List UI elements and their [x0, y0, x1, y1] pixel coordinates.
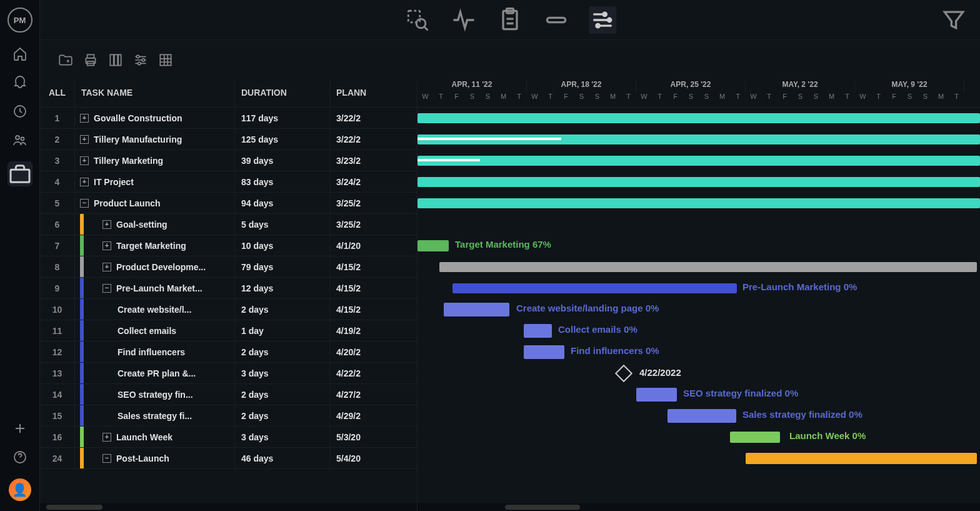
task-row[interactable]: 6+Goal-setting5 days3/25/2 — [40, 214, 417, 235]
expand-icon[interactable]: + — [80, 178, 89, 186]
duration-cell[interactable]: 2 days — [235, 384, 330, 405]
gantt-bar[interactable] — [439, 262, 977, 272]
planned-date-cell[interactable]: 5/3/20 — [330, 427, 417, 447]
collapse-icon[interactable]: − — [80, 199, 89, 208]
expand-icon[interactable]: + — [80, 114, 89, 123]
link-icon[interactable] — [542, 6, 570, 34]
task-row[interactable]: 8+Product Developme...79 days4/15/2 — [40, 256, 417, 278]
activity-icon[interactable] — [450, 6, 478, 34]
planned-date-cell[interactable]: 5/4/20 — [330, 448, 417, 468]
gantt-bar[interactable] — [452, 283, 737, 293]
task-row[interactable]: 15Sales strategy fi...2 days4/29/2 — [40, 405, 417, 427]
planned-date-cell[interactable]: 3/25/2 — [330, 193, 417, 213]
task-row[interactable]: 7+Target Marketing10 days4/1/20 — [40, 235, 417, 256]
task-name-cell[interactable]: Find influencers — [75, 342, 235, 362]
task-row[interactable]: 3+Tillery Marketing39 days3/23/2 — [40, 150, 417, 171]
app-logo[interactable]: PM — [8, 8, 32, 33]
gantt-scrollbar[interactable] — [418, 503, 980, 511]
task-name-cell[interactable]: +Target Marketing — [75, 235, 235, 256]
expand-icon[interactable]: + — [80, 135, 89, 144]
task-name-cell[interactable]: Collect emails — [75, 320, 235, 341]
gantt-bar[interactable] — [524, 324, 552, 338]
filter-icon[interactable] — [940, 6, 968, 34]
duration-cell[interactable]: 10 days — [235, 235, 330, 256]
task-name-cell[interactable]: +Govalle Construction — [75, 108, 235, 128]
gantt-bar[interactable] — [444, 303, 509, 316]
col-header-planned[interactable]: PLANN — [330, 80, 417, 107]
task-row[interactable]: 4+IT Project83 days3/24/2 — [40, 171, 417, 193]
task-name-cell[interactable]: −Product Launch — [75, 193, 235, 213]
planned-date-cell[interactable]: 4/22/2 — [330, 363, 417, 383]
task-name-cell[interactable]: Sales strategy fi... — [75, 405, 235, 426]
task-row[interactable]: 14SEO strategy fin...2 days4/27/2 — [40, 384, 417, 405]
expand-icon[interactable]: + — [102, 220, 111, 229]
task-name-cell[interactable]: Create website/l... — [75, 299, 235, 320]
planned-date-cell[interactable]: 3/24/2 — [330, 171, 417, 192]
duration-cell[interactable]: 83 days — [235, 171, 330, 192]
col-header-name[interactable]: TASK NAME — [75, 80, 235, 107]
duration-cell[interactable]: 39 days — [235, 150, 330, 171]
task-row[interactable]: 9−Pre-Launch Market...12 days4/15/2 — [40, 278, 417, 299]
grid-icon[interactable] — [158, 52, 174, 68]
planned-date-cell[interactable]: 4/15/2 — [330, 299, 417, 320]
task-name-cell[interactable]: Create PR plan &... — [75, 363, 235, 383]
gantt-bar[interactable] — [524, 345, 564, 359]
gantt-bar[interactable] — [418, 113, 980, 123]
folder-icon[interactable] — [58, 52, 74, 68]
task-name-cell[interactable]: +Goal-setting — [75, 214, 235, 235]
task-row[interactable]: 5−Product Launch94 days3/25/2 — [40, 193, 417, 214]
print-icon[interactable] — [82, 52, 99, 68]
duration-cell[interactable]: 125 days — [235, 129, 330, 149]
briefcase-icon[interactable] — [8, 161, 32, 186]
expand-icon[interactable]: + — [102, 433, 111, 442]
planned-date-cell[interactable]: 4/29/2 — [330, 405, 417, 426]
columns-icon[interactable] — [108, 52, 124, 68]
col-header-all[interactable]: ALL — [40, 80, 75, 107]
duration-cell[interactable]: 1 day — [235, 320, 330, 341]
task-name-cell[interactable]: +Launch Week — [75, 427, 235, 447]
gantt-bar[interactable] — [418, 177, 980, 187]
task-name-cell[interactable]: SEO strategy fin... — [75, 384, 235, 405]
duration-cell[interactable]: 117 days — [235, 108, 330, 128]
task-row[interactable]: 16+Launch Week3 days5/3/20 — [40, 427, 417, 448]
planned-date-cell[interactable]: 3/22/2 — [330, 108, 417, 128]
collapse-icon[interactable]: − — [102, 454, 111, 463]
expand-icon[interactable]: + — [102, 263, 111, 271]
task-row[interactable]: 24−Post-Launch46 days5/4/20 — [40, 448, 417, 469]
duration-cell[interactable]: 3 days — [235, 363, 330, 383]
expand-icon[interactable]: + — [102, 241, 111, 250]
task-row[interactable]: 10Create website/l...2 days4/15/2 — [40, 299, 417, 320]
home-icon[interactable] — [12, 46, 28, 61]
task-row[interactable]: 11Collect emails1 day4/19/2 — [40, 320, 417, 342]
clock-icon[interactable] — [12, 104, 28, 119]
sliders-icon[interactable] — [132, 52, 149, 68]
clipboard-icon[interactable] — [496, 6, 524, 34]
planned-date-cell[interactable]: 4/15/2 — [330, 278, 417, 298]
planned-date-cell[interactable]: 4/15/2 — [330, 256, 417, 277]
duration-cell[interactable]: 2 days — [235, 299, 330, 320]
gantt-bar[interactable] — [668, 409, 736, 423]
task-name-cell[interactable]: +Tillery Manufacturing — [75, 129, 235, 149]
milestone-diamond[interactable] — [615, 365, 632, 382]
gantt-bar[interactable] — [418, 156, 980, 166]
task-row[interactable]: 1+Govalle Construction117 days3/22/2 — [40, 108, 417, 129]
search-zoom-icon[interactable] — [404, 6, 431, 34]
duration-cell[interactable]: 94 days — [235, 193, 330, 213]
planned-date-cell[interactable]: 4/19/2 — [330, 320, 417, 341]
collapse-icon[interactable]: − — [102, 284, 111, 293]
expand-icon[interactable]: + — [80, 156, 89, 165]
task-name-cell[interactable]: +Product Developme... — [75, 256, 235, 277]
help-icon[interactable] — [12, 450, 28, 465]
duration-cell[interactable]: 79 days — [235, 256, 330, 277]
planned-date-cell[interactable]: 4/27/2 — [330, 384, 417, 405]
people-icon[interactable] — [12, 133, 28, 148]
task-name-cell[interactable]: −Post-Launch — [75, 448, 235, 468]
grid-scrollbar[interactable] — [40, 503, 417, 511]
duration-cell[interactable]: 5 days — [235, 214, 330, 235]
planned-date-cell[interactable]: 4/20/2 — [330, 342, 417, 362]
planned-date-cell[interactable]: 4/1/20 — [330, 235, 417, 256]
gantt-bar[interactable] — [418, 240, 449, 251]
task-name-cell[interactable]: +Tillery Marketing — [75, 150, 235, 171]
duration-cell[interactable]: 46 days — [235, 448, 330, 468]
gantt-bar[interactable] — [730, 432, 780, 443]
